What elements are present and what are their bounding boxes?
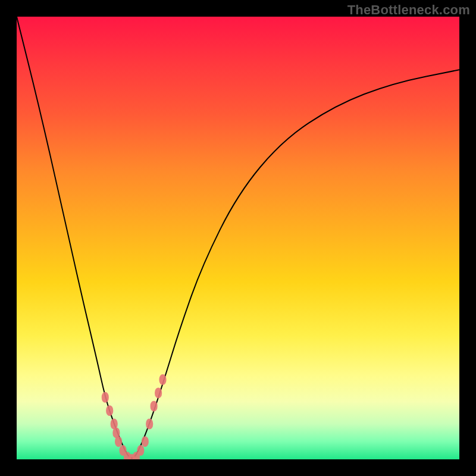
marker-point bbox=[146, 419, 153, 430]
chart-frame: TheBottleneck.com bbox=[0, 0, 476, 476]
marker-point bbox=[137, 445, 144, 456]
watermark-text: TheBottleneck.com bbox=[347, 2, 470, 18]
marker-point bbox=[102, 392, 109, 403]
curve-svg bbox=[17, 17, 459, 459]
marker-point bbox=[142, 436, 149, 447]
marker-point bbox=[159, 374, 167, 385]
plot-area bbox=[17, 17, 459, 459]
marker-point bbox=[155, 387, 162, 398]
marker-point bbox=[151, 401, 158, 412]
marker-point bbox=[106, 405, 113, 416]
marker-point bbox=[115, 436, 122, 447]
bottleneck-curve bbox=[17, 17, 459, 458]
